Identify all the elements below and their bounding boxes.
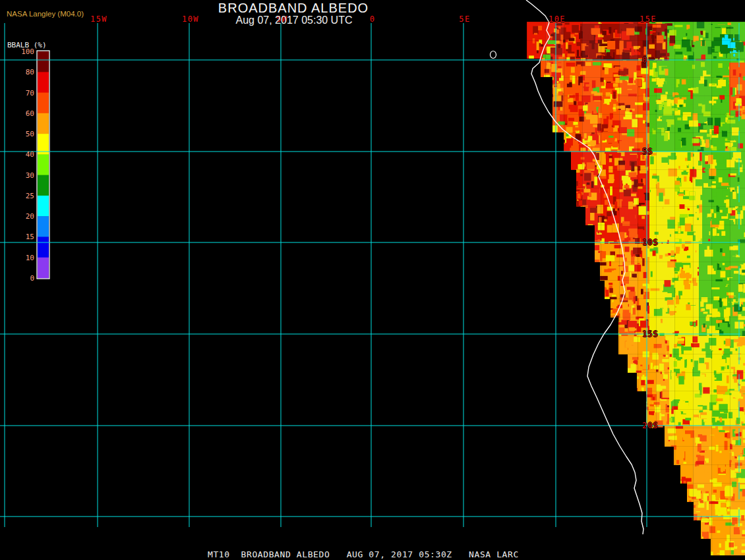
satellite-product-viewport: 15W10W5W05E10E15E05S10S15S20S10080706050… — [0, 0, 745, 560]
map-canvas — [0, 0, 745, 560]
status-bar: MT10 BROADBAND ALBEDO AUG 07, 2017 05:30… — [208, 549, 519, 559]
legend-title: BBALB (%) — [7, 41, 47, 49]
